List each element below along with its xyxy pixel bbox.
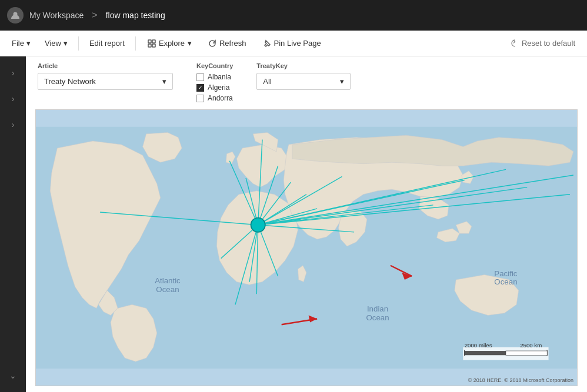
treatykey-dropdown[interactable]: All ▾ xyxy=(256,73,351,90)
svg-text:Atlantic: Atlantic xyxy=(155,276,181,285)
article-dropdown-chevron: ▾ xyxy=(162,77,166,86)
sidebar-expand-3[interactable]: › xyxy=(2,114,24,135)
breadcrumb-separator: > xyxy=(92,10,97,21)
world-map-svg: Atlantic Ocean Pacific Ocean Indian Ocea… xyxy=(36,110,577,386)
explore-menu[interactable]: Explore ▾ xyxy=(141,35,199,51)
treatykey-dropdown-chevron: ▾ xyxy=(340,77,344,86)
svg-rect-44 xyxy=(465,351,506,355)
view-menu[interactable]: View ▾ xyxy=(39,35,74,51)
andorra-checkbox[interactable] xyxy=(196,95,204,102)
svg-text:Ocean: Ocean xyxy=(366,313,389,322)
refresh-icon xyxy=(208,39,216,48)
svg-rect-1 xyxy=(148,40,151,43)
pin-live-page-button[interactable]: Pin Live Page xyxy=(256,35,328,51)
edit-report-button[interactable]: Edit report xyxy=(84,35,131,51)
refresh-button[interactable]: Refresh xyxy=(201,35,254,51)
svg-rect-2 xyxy=(152,40,155,43)
map-copyright: © 2018 HERE. © 2018 Microsoft Corporatio… xyxy=(468,377,573,383)
svg-rect-4 xyxy=(152,44,155,47)
explore-icon xyxy=(148,39,156,48)
svg-rect-45 xyxy=(506,351,547,355)
menu-divider-2 xyxy=(135,36,136,51)
svg-text:Ocean: Ocean xyxy=(494,277,517,286)
svg-text:Indian: Indian xyxy=(367,304,388,313)
country-andorra[interactable]: Andorra xyxy=(196,94,233,102)
country-albania[interactable]: Albania xyxy=(196,73,233,81)
file-menu[interactable]: File ▾ xyxy=(6,35,36,51)
sidebar: › › › ⌄ xyxy=(0,56,26,392)
article-filter-label: Article xyxy=(38,62,173,69)
sidebar-collapse[interactable]: ⌄ xyxy=(2,365,24,386)
reset-default-button[interactable]: Reset to default xyxy=(505,35,581,51)
svg-text:Ocean: Ocean xyxy=(156,285,179,294)
main-layout: › › › ⌄ Article Treaty Network ▾ KeyCoun… xyxy=(0,56,587,392)
article-dropdown[interactable]: Treaty Network ▾ xyxy=(38,73,173,90)
keycountry-filter-group: KeyCountry Albania ✓ Algeria Andorra xyxy=(196,62,233,102)
report-title: flow map testing xyxy=(106,11,165,20)
sidebar-expand-2[interactable]: › xyxy=(2,88,24,109)
menubar: File ▾ View ▾ Edit report Explore ▾ Refr… xyxy=(0,31,587,56)
svg-text:2000 miles: 2000 miles xyxy=(465,342,492,349)
workspace-link[interactable]: My Workspace xyxy=(29,11,84,20)
reset-icon xyxy=(511,39,519,47)
menu-divider-1 xyxy=(78,36,79,51)
pin-icon xyxy=(263,39,271,48)
algeria-checkbox[interactable]: ✓ xyxy=(196,84,204,92)
treatykey-filter-group: TreatyKey All ▾ xyxy=(256,62,351,90)
sidebar-expand-1[interactable]: › xyxy=(2,62,24,83)
content-area: Article Treaty Network ▾ KeyCountry Alba… xyxy=(26,56,587,392)
article-filter-group: Article Treaty Network ▾ xyxy=(38,62,173,90)
country-algeria[interactable]: ✓ Algeria xyxy=(196,83,233,92)
svg-text:2500 km: 2500 km xyxy=(520,342,542,349)
keycountry-filter-label: KeyCountry xyxy=(196,62,233,69)
svg-rect-3 xyxy=(148,44,151,47)
svg-text:Pacific: Pacific xyxy=(494,269,518,278)
topbar: My Workspace > flow map testing xyxy=(0,0,587,31)
avatar xyxy=(7,7,24,24)
svg-point-34 xyxy=(251,218,265,232)
treatykey-filter-label: TreatyKey xyxy=(256,62,351,69)
albania-checkbox[interactable] xyxy=(196,73,204,81)
map-container[interactable]: Atlantic Ocean Pacific Ocean Indian Ocea… xyxy=(35,109,578,386)
filter-bar: Article Treaty Network ▾ KeyCountry Alba… xyxy=(26,56,587,109)
keycountry-list: Albania ✓ Algeria Andorra xyxy=(196,73,233,102)
